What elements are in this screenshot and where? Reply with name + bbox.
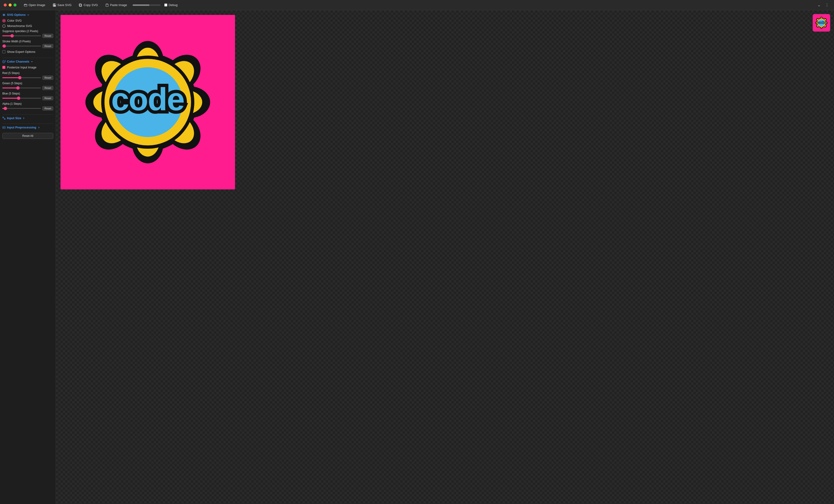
green-channel-track[interactable] bbox=[2, 87, 41, 88]
monochrome-svg-radio[interactable] bbox=[2, 24, 5, 28]
svg-rect-21 bbox=[3, 117, 4, 118]
main-layout: SVG Options Color SVG Monochrome SVG Sup… bbox=[0, 10, 834, 504]
suppress-speckles-thumb[interactable] bbox=[10, 34, 14, 38]
svg-point-19 bbox=[4, 61, 4, 61]
svg-rect-11 bbox=[106, 4, 108, 4]
svg-point-16 bbox=[4, 15, 5, 15]
posterize-checkbox[interactable] bbox=[2, 66, 5, 69]
monochrome-svg-option[interactable]: Monochrome SVG bbox=[2, 24, 53, 28]
suppress-speckles-row: Suppress speckles (2 Pixels) Reset bbox=[2, 29, 53, 38]
svg-point-17 bbox=[3, 15, 4, 16]
canvas-area[interactable]: code code bbox=[56, 10, 834, 504]
paste-image-button[interactable]: Paste Image bbox=[104, 2, 129, 8]
alpha-channel-control: Reset bbox=[2, 106, 53, 111]
green-channel-row: Green (5 Steps) Reset bbox=[2, 82, 53, 90]
folder-icon bbox=[24, 3, 27, 7]
stroke-width-row: Stroke Width (0 Pixels) Reset bbox=[2, 40, 53, 48]
svg-rect-7 bbox=[80, 4, 82, 6]
suppress-speckles-reset[interactable]: Reset bbox=[42, 34, 53, 38]
show-expert-row[interactable]: Show Expert Options bbox=[2, 50, 53, 53]
green-channel-thumb[interactable] bbox=[16, 86, 20, 90]
chevron-right-icon bbox=[23, 117, 25, 119]
debug-checkbox[interactable] bbox=[164, 3, 167, 6]
chevron-right-icon-2 bbox=[38, 126, 40, 129]
red-channel-row: Red (5 Steps) Reset bbox=[2, 71, 53, 80]
preprocessing-icon bbox=[2, 126, 5, 129]
color-channels-section-header[interactable]: Color Channels bbox=[2, 60, 53, 63]
debug-label[interactable]: Debug bbox=[164, 3, 178, 7]
reset-all-button[interactable]: Reset All bbox=[2, 133, 53, 139]
svg-point-15 bbox=[3, 14, 4, 15]
suppress-speckles-track[interactable] bbox=[2, 35, 41, 36]
divider-1 bbox=[2, 58, 53, 58]
svg-rect-24 bbox=[3, 127, 5, 128]
open-image-button[interactable]: Open Image bbox=[22, 2, 47, 8]
green-channel-control: Reset bbox=[2, 86, 53, 90]
stroke-width-control: Reset bbox=[2, 44, 53, 48]
red-channel-fill bbox=[2, 77, 20, 78]
more-options-button[interactable]: ⋮ bbox=[824, 2, 830, 8]
chevron-down-icon-2 bbox=[31, 61, 33, 63]
close-button[interactable] bbox=[4, 3, 7, 6]
show-expert-checkbox[interactable] bbox=[2, 50, 5, 53]
alpha-channel-track[interactable] bbox=[2, 108, 41, 109]
svg-point-20 bbox=[4, 61, 5, 61]
green-channel-fill bbox=[2, 87, 18, 88]
minimize-button[interactable] bbox=[8, 3, 12, 6]
resize-icon bbox=[2, 116, 5, 120]
suppress-speckles-control: Reset bbox=[2, 34, 53, 38]
svg-line-23 bbox=[4, 118, 4, 118]
chevron-down-icon bbox=[27, 14, 29, 16]
green-channel-reset[interactable]: Reset bbox=[42, 86, 53, 90]
options-icon bbox=[2, 13, 5, 17]
suppress-speckles-label: Suppress speckles (2 Pixels) bbox=[2, 29, 53, 33]
blue-channel-fill bbox=[2, 98, 19, 98]
red-channel-control: Reset bbox=[2, 75, 53, 80]
sidebar: SVG Options Color SVG Monochrome SVG Sup… bbox=[0, 10, 56, 504]
stroke-width-reset[interactable]: Reset bbox=[42, 44, 53, 48]
red-channel-label: Red (5 Steps) bbox=[2, 71, 53, 75]
stroke-width-thumb[interactable] bbox=[3, 44, 6, 48]
blue-channel-reset[interactable]: Reset bbox=[42, 96, 53, 100]
green-channel-label: Green (5 Steps) bbox=[2, 82, 53, 85]
blue-channel-row: Blue (5 Steps) Reset bbox=[2, 92, 53, 100]
svg-options-section-header[interactable]: SVG Options bbox=[2, 13, 53, 17]
posterize-row[interactable]: Posterize Input Image bbox=[2, 66, 53, 69]
traffic-lights bbox=[4, 3, 17, 6]
blue-channel-track[interactable] bbox=[2, 98, 41, 98]
red-channel-reset[interactable]: Reset bbox=[42, 75, 53, 80]
red-channel-thumb[interactable] bbox=[18, 76, 21, 79]
fullscreen-button[interactable] bbox=[14, 3, 17, 6]
svg-text:code: code bbox=[111, 81, 184, 117]
progress-bar-container bbox=[133, 4, 160, 6]
input-preprocessing-section[interactable]: Input Preprocessing bbox=[2, 126, 53, 129]
save-icon bbox=[53, 3, 56, 7]
chevron-down-button[interactable]: ⌄ bbox=[816, 2, 822, 8]
thumbnail[interactable]: code code bbox=[813, 14, 830, 31]
divider-3 bbox=[2, 124, 53, 124]
titlebar-controls: ⌄ ⋮ bbox=[816, 2, 830, 8]
red-channel-track[interactable] bbox=[2, 77, 41, 78]
color-svg-radio[interactable] bbox=[2, 19, 5, 22]
thumbnail-svg: code code bbox=[814, 16, 829, 30]
alpha-channel-row: Alpha (1 Steps) Reset bbox=[2, 102, 53, 111]
save-svg-button[interactable]: Save SVG bbox=[51, 2, 73, 8]
svg-rect-2 bbox=[53, 4, 55, 5]
blue-channel-control: Reset bbox=[2, 96, 53, 100]
alpha-channel-label: Alpha (1 Steps) bbox=[2, 102, 53, 105]
logo-svg: code code bbox=[75, 30, 220, 174]
clipboard-icon bbox=[105, 3, 109, 7]
copy-icon bbox=[79, 3, 82, 7]
progress-bar-fill bbox=[133, 4, 149, 6]
blue-channel-thumb[interactable] bbox=[17, 96, 20, 100]
input-size-section[interactable]: Input Size bbox=[2, 116, 53, 120]
alpha-channel-thumb[interactable] bbox=[4, 107, 7, 110]
svg-text:code: code bbox=[818, 21, 825, 24]
stroke-width-label: Stroke Width (0 Pixels) bbox=[2, 40, 53, 43]
canvas-image: code code bbox=[61, 15, 235, 190]
svg-rect-22 bbox=[4, 118, 5, 119]
color-svg-option[interactable]: Color SVG bbox=[2, 19, 53, 22]
stroke-width-track[interactable] bbox=[2, 46, 41, 46]
copy-svg-button[interactable]: Copy SVG bbox=[77, 2, 100, 8]
alpha-channel-reset[interactable]: Reset bbox=[42, 106, 53, 111]
